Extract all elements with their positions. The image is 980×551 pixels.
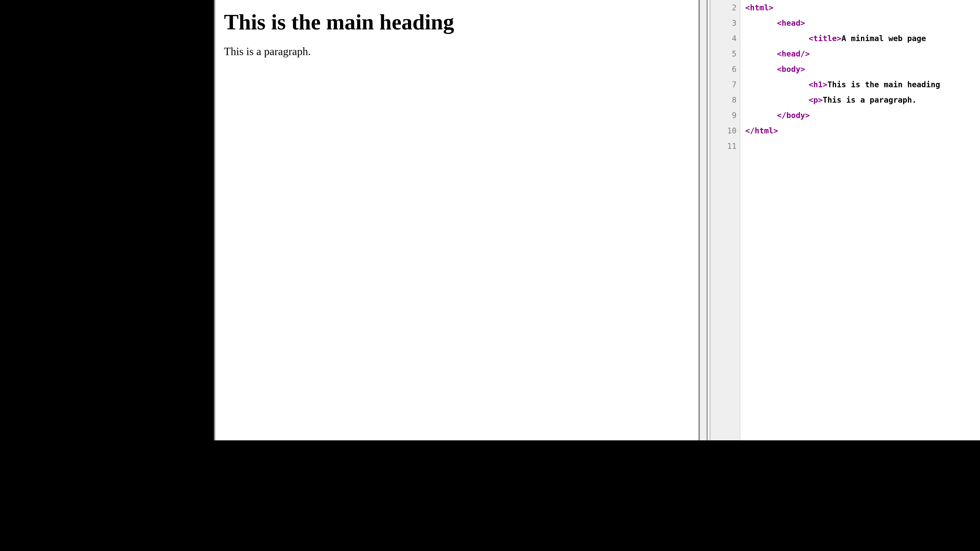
html-tag-token: <p> xyxy=(808,95,822,105)
code-line[interactable]: <body> xyxy=(745,62,980,77)
code-line[interactable]: <title>A minimal web page xyxy=(745,31,980,46)
line-number: 8 xyxy=(710,92,740,108)
code-line[interactable]: <p>This is a paragraph. xyxy=(745,92,980,108)
html-tag-token: <title> xyxy=(808,34,842,43)
text-token: This is a paragraph. xyxy=(822,95,916,105)
line-number: 3 xyxy=(710,15,740,31)
code-line[interactable]: <head> xyxy=(745,15,980,31)
code-line[interactable]: <h1>This is the main heading xyxy=(745,77,980,92)
split-editor-view: This is the main heading This is a parag… xyxy=(214,0,980,440)
html-tag-token: <head/> xyxy=(777,49,810,58)
html-tag-token: </body> xyxy=(777,111,810,120)
page-paragraph: This is a paragraph. xyxy=(224,45,690,57)
code-line[interactable]: </html> xyxy=(745,123,980,139)
preview-pane: This is the main heading This is a parag… xyxy=(214,0,700,440)
code-line[interactable]: <head/> xyxy=(745,46,980,62)
text-token: A minimal web page xyxy=(842,34,926,43)
line-number: 11 xyxy=(710,139,740,154)
html-tag-token: <html> xyxy=(745,3,773,12)
page-heading: This is the main heading xyxy=(224,9,690,35)
code-line[interactable] xyxy=(745,139,980,154)
preview-scrollbar[interactable] xyxy=(700,0,707,440)
code-line[interactable]: </body> xyxy=(745,108,980,123)
line-number: 5 xyxy=(710,46,740,62)
code-line[interactable]: <html> xyxy=(745,0,980,15)
html-tag-token: </html> xyxy=(745,126,778,135)
line-number: 7 xyxy=(710,77,740,92)
pane-divider[interactable] xyxy=(707,0,710,440)
html-tag-token: <body> xyxy=(777,65,805,74)
text-token: This is the main heading xyxy=(827,80,940,89)
line-number-gutter: 234567891011 xyxy=(710,0,740,440)
html-tag-token: <h1> xyxy=(808,80,827,89)
line-number: 2 xyxy=(710,0,740,15)
code-text-area[interactable]: <html><head><title>A minimal web page<he… xyxy=(740,0,980,440)
code-editor-pane: 234567891011 <html><head><title>A minima… xyxy=(710,0,980,440)
html-tag-token: <head> xyxy=(777,18,805,27)
line-number: 10 xyxy=(710,123,740,139)
line-number: 6 xyxy=(710,62,740,77)
line-number: 4 xyxy=(710,31,740,46)
line-number: 9 xyxy=(710,108,740,123)
